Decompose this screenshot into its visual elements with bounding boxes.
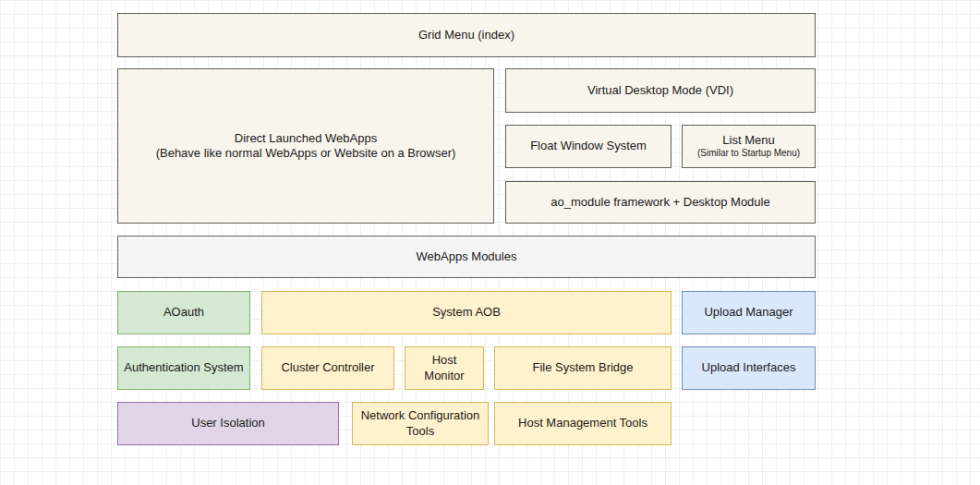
box-direct-launched-webapps-label: Direct Launched WebApps: [235, 131, 377, 146]
box-virtual-desktop-mode-label: Virtual Desktop Mode (VDI): [587, 83, 733, 98]
box-host-monitor: Host Monitor: [405, 346, 484, 390]
box-ao-module-framework: ao_module framework + Desktop Module: [505, 181, 816, 224]
box-webapps-modules: WebApps Modules: [117, 236, 816, 278]
box-user-isolation-label: User Isolation: [191, 416, 264, 430]
box-grid-menu: Grid Menu (index): [117, 13, 816, 57]
box-ao-module-framework-label: ao_module framework + Desktop Module: [550, 195, 769, 210]
box-direct-launched-webapps: Direct Launched WebApps (Behave like nor…: [117, 68, 494, 224]
box-cluster-controller: Cluster Controller: [261, 346, 394, 390]
box-grid-menu-label: Grid Menu (index): [418, 28, 514, 42]
box-cluster-controller-label: Cluster Controller: [281, 360, 374, 375]
box-user-isolation: User Isolation: [117, 402, 339, 445]
box-host-management-tools: Host Management Tools: [494, 402, 671, 445]
box-system-aob: System AOB: [261, 291, 671, 334]
box-upload-manager: Upload Manager: [682, 291, 816, 334]
box-authentication-system: Authentication System: [117, 346, 250, 390]
box-list-menu-sublabel: (Similar to Startup Menu): [697, 148, 800, 160]
box-host-management-tools-label: Host Management Tools: [518, 416, 647, 430]
box-authentication-system-label: Authentication System: [124, 360, 243, 375]
box-webapps-modules-label: WebApps Modules: [417, 249, 517, 264]
box-float-window-system-label: Float Window System: [530, 139, 647, 153]
box-host-monitor-label: Host Monitor: [411, 353, 478, 383]
box-upload-interfaces-label: Upload Interfaces: [702, 360, 796, 375]
box-system-aob-label: System AOB: [432, 305, 501, 320]
box-network-configuration-tools: Network Configuration Tools: [352, 402, 489, 445]
box-list-menu-label: List Menu: [722, 133, 774, 148]
box-direct-launched-webapps-sublabel: (Behave like normal WebApps or Website o…: [156, 146, 456, 161]
box-float-window-system: Float Window System: [505, 125, 671, 168]
box-aoauth: AOauth: [117, 291, 250, 334]
diagram-canvas: Grid Menu (index) Direct Launched WebApp…: [0, 0, 980, 485]
box-upload-manager-label: Upload Manager: [704, 305, 792, 320]
box-virtual-desktop-mode: Virtual Desktop Mode (VDI): [505, 68, 816, 113]
box-file-system-bridge-label: File System Bridge: [532, 360, 633, 375]
box-file-system-bridge: File System Bridge: [494, 346, 671, 390]
box-upload-interfaces: Upload Interfaces: [682, 346, 816, 390]
box-aoauth-label: AOauth: [163, 305, 204, 320]
box-network-configuration-tools-label: Network Configuration Tools: [358, 408, 482, 439]
box-list-menu: List Menu (Similar to Startup Menu): [682, 125, 816, 168]
